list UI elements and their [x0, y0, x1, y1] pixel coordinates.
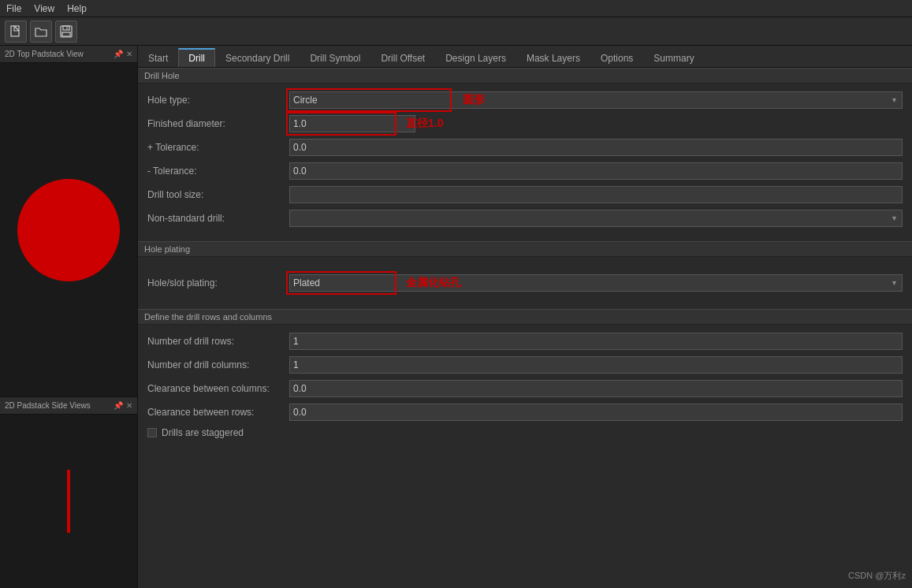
save-icon	[60, 25, 73, 38]
svg-rect-3	[63, 26, 69, 30]
left-panel: 2D Top Padstack View 📌 ✕ 2D Padstack Sid…	[0, 46, 138, 588]
drill-hole-section-header: Drill Hole	[138, 68, 912, 84]
drill-hole-form: Hole type: Circle 圆形	[138, 84, 912, 241]
close-icon-top[interactable]: ✕	[126, 50, 132, 58]
minus-tolerance-label: - Tolerance:	[147, 166, 289, 177]
finished-diameter-label: Finished diameter:	[147, 118, 289, 129]
tab-mask-layers[interactable]: Mask Layers	[516, 48, 590, 67]
main-layout: 2D Top Padstack View 📌 ✕ 2D Padstack Sid…	[0, 46, 912, 588]
open-button[interactable]	[30, 20, 52, 43]
hole-plating-form: Hole/slot plating: Plated Non-Plated 金属化…	[138, 257, 912, 309]
side-view-line	[67, 470, 70, 533]
finished-diameter-input[interactable]: 1.0	[289, 115, 415, 132]
num-drill-columns-input[interactable]	[289, 356, 903, 374]
minus-tolerance-row: - Tolerance:	[147, 162, 903, 180]
minus-tolerance-input[interactable]	[289, 162, 903, 180]
hole-type-select-wrapper[interactable]: Circle	[289, 91, 903, 109]
num-drill-rows-row: Number of drill rows:	[147, 333, 903, 350]
clearance-columns-input[interactable]	[289, 380, 903, 397]
svg-rect-4	[62, 32, 70, 36]
padstack-circle	[17, 179, 120, 281]
hole-plating-section-header: Hole plating	[138, 241, 912, 257]
tab-drill-offset[interactable]: Drill Offset	[370, 48, 435, 67]
drill-tool-size-label: Drill tool size:	[147, 189, 289, 200]
side-strip	[0, 415, 137, 588]
top-view-title: 2D Top Padstack View 📌 ✕	[0, 46, 137, 63]
plus-tolerance-input[interactable]	[289, 139, 903, 156]
non-standard-drill-label: Non-standard drill:	[147, 213, 289, 224]
clearance-rows-row: Clearance between rows:	[147, 404, 903, 421]
hole-type-label: Hole type:	[147, 95, 289, 106]
plating-annotation: 金属化钻孔	[406, 276, 461, 290]
drills-staggered-checkbox[interactable]	[147, 428, 157, 437]
toolbar	[0, 17, 912, 46]
non-standard-drill-row: Non-standard drill:	[147, 210, 903, 227]
save-button[interactable]	[55, 20, 77, 43]
new-icon	[9, 25, 22, 38]
finished-diameter-row: Finished diameter: 1.0 直径1.0	[147, 115, 903, 132]
side-view-area	[0, 415, 137, 588]
content-area: Drill Hole Hole type: Circle	[138, 68, 912, 588]
num-drill-rows-label: Number of drill rows:	[147, 336, 289, 347]
right-content: Start Drill Secondary Drill Drill Symbol…	[138, 46, 912, 588]
plating-select-wrapper[interactable]: Plated Non-Plated	[289, 274, 903, 292]
non-standard-drill-select-wrapper[interactable]	[289, 210, 903, 227]
watermark: CSDN @万利z	[848, 570, 906, 582]
non-standard-drill-select[interactable]	[289, 210, 903, 227]
plating-select[interactable]: Plated Non-Plated	[289, 274, 903, 292]
new-button[interactable]	[5, 20, 27, 43]
drill-tool-size-input[interactable]	[289, 186, 903, 203]
drill-rows-section-header: Define the drill rows and columns	[138, 309, 912, 325]
clearance-columns-row: Clearance between columns:	[147, 380, 903, 397]
tabs-bar: Start Drill Secondary Drill Drill Symbol…	[138, 46, 912, 68]
drill-tool-size-row: Drill tool size:	[147, 186, 903, 203]
tab-design-layers[interactable]: Design Layers	[435, 48, 516, 67]
hole-slot-plating-row: Hole/slot plating: Plated Non-Plated 金属化…	[147, 274, 903, 292]
tab-drill[interactable]: Drill	[178, 48, 215, 67]
menu-help[interactable]: Help	[67, 3, 87, 14]
clearance-rows-label: Clearance between rows:	[147, 407, 289, 418]
tab-drill-symbol[interactable]: Drill Symbol	[300, 48, 370, 67]
finished-diameter-annotation: 直径1.0	[406, 117, 443, 131]
open-icon	[35, 25, 47, 38]
clearance-columns-label: Clearance between columns:	[147, 383, 289, 394]
drill-rows-form: Number of drill rows: Number of drill co…	[138, 325, 912, 451]
menu-view[interactable]: View	[34, 3, 54, 14]
hole-type-annotation: 圆形	[463, 93, 485, 107]
hole-type-row: Hole type: Circle 圆形	[147, 91, 903, 109]
tab-options[interactable]: Options	[590, 48, 643, 67]
plus-tolerance-label: + Tolerance:	[147, 142, 289, 153]
top-view-area	[0, 63, 137, 397]
menu-file[interactable]: File	[6, 3, 21, 14]
clearance-rows-input[interactable]	[289, 404, 903, 421]
num-drill-columns-label: Number of drill columns:	[147, 359, 289, 370]
side-view-title: 2D Padstack Side Views 📌 ✕	[0, 397, 137, 415]
hole-type-select[interactable]: Circle	[289, 91, 903, 109]
tab-summary[interactable]: Summary	[643, 48, 704, 67]
num-drill-rows-input[interactable]	[289, 333, 903, 350]
drills-staggered-label: Drills are staggered	[162, 427, 244, 438]
drills-staggered-row: Drills are staggered	[147, 427, 903, 438]
tab-secondary-drill[interactable]: Secondary Drill	[215, 48, 300, 67]
hole-slot-plating-label: Hole/slot plating:	[147, 277, 289, 288]
tab-start[interactable]: Start	[138, 48, 178, 67]
num-drill-columns-row: Number of drill columns:	[147, 356, 903, 374]
pin-icon-top[interactable]: 📌	[114, 50, 123, 58]
menu-bar: File View Help	[0, 0, 912, 17]
plus-tolerance-row: + Tolerance:	[147, 139, 903, 156]
svg-line-1	[14, 26, 19, 31]
pin-icon-bottom[interactable]: 📌	[114, 401, 123, 410]
close-icon-bottom[interactable]: ✕	[126, 401, 132, 410]
